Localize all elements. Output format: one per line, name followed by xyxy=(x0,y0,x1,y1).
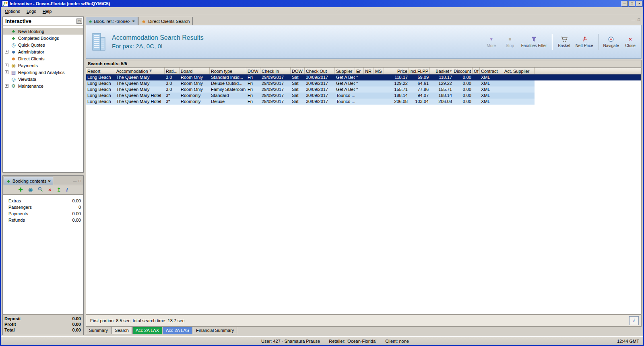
expand-icon[interactable]: + xyxy=(5,50,8,54)
table-row[interactable]: Long BeachThe Queen Mary3.0Room OnlyStan… xyxy=(86,74,641,80)
tab-book-ref-none[interactable]: ♣Book. ref.: <none>× xyxy=(86,17,138,25)
statusbar-center: User: 427 - Shamaura Prause Retailer: 'O… xyxy=(53,339,617,344)
title-bar: Interactive - Ocean-Florida (code: wRicQ… xyxy=(1,0,643,7)
sidebar-item-direct-clients[interactable]: ☻Direct Clients xyxy=(3,55,83,62)
results-table: ResortAccommodationRati...BoardRoom type… xyxy=(86,68,642,315)
booking-contents-tab[interactable]: ♣ Booking contents × xyxy=(4,177,53,185)
table-row[interactable]: Long BeachThe Queen Mary Hotel3*Roomonly… xyxy=(86,93,641,99)
status-client: Client: none xyxy=(385,339,409,344)
table-cell xyxy=(364,80,374,86)
expand-icon[interactable]: + xyxy=(5,70,8,74)
column-header-accommodation[interactable]: Accommodation xyxy=(115,68,165,74)
table-cell: 3.0 xyxy=(165,86,180,93)
column-header-act-supplier[interactable]: Act. Supplier xyxy=(503,68,535,74)
collapse-panel-icon[interactable]: ▭ xyxy=(76,19,82,24)
bottom-tab-search[interactable]: Search xyxy=(111,327,132,334)
table-cell: Fri xyxy=(246,74,260,80)
expand-icon[interactable]: + xyxy=(5,84,8,88)
export-icon[interactable]: ↥ xyxy=(57,187,61,192)
expand-icon[interactable]: + xyxy=(5,64,8,67)
table-cell: 3.0 xyxy=(165,80,180,86)
sidebar-item-label: Quick Quotes xyxy=(18,43,45,47)
sidebar-item-payments[interactable]: +◉Payments xyxy=(3,62,83,69)
column-header-price[interactable]: Price xyxy=(384,68,409,74)
table-row-filler xyxy=(535,80,641,86)
minimize-button[interactable]: — xyxy=(621,1,628,6)
column-header-room-type[interactable]: Room type xyxy=(210,68,246,74)
menu-item-help[interactable]: Help xyxy=(39,8,55,15)
basket-button[interactable]: Basket xyxy=(555,36,574,48)
sort-indicator-icon[interactable]: ▾ xyxy=(450,69,452,73)
navigate-button[interactable]: Navigate xyxy=(601,36,621,48)
table-cell: 206.08 xyxy=(430,99,453,105)
column-header-contract[interactable]: Contract xyxy=(480,68,503,74)
sidebar-item-reporting-and-analytics[interactable]: +▦Reporting and Analytics xyxy=(3,69,83,76)
sidebar-item-administrator[interactable]: +☻Administrator xyxy=(3,48,83,55)
column-header-dow[interactable]: DOW xyxy=(246,68,260,74)
booking-row-value: 0.00 xyxy=(72,198,81,203)
mdi-minimize-icon[interactable]: — xyxy=(632,18,635,22)
status-retailer: Retailer: 'Ocean-Florida' xyxy=(329,339,376,344)
info-icon[interactable]: i xyxy=(66,187,68,192)
column-header-incl-fl-pp[interactable]: Incl.Fl.PP xyxy=(409,68,430,74)
table-row[interactable]: Long BeachThe Queen Mary3.0Room OnlyFami… xyxy=(86,86,641,93)
column-header-resort[interactable]: Resort xyxy=(86,68,115,74)
close-tab-icon[interactable]: × xyxy=(132,19,135,23)
column-header-supplier[interactable]: Supplier xyxy=(335,68,355,74)
column-header-nr[interactable]: NR xyxy=(364,68,374,74)
interactive-panel-header: Interactive ▭ xyxy=(3,17,83,26)
booking-row-value: 0 xyxy=(78,205,81,210)
column-header-label: Er xyxy=(356,69,361,74)
delete-icon[interactable]: × xyxy=(48,187,52,192)
sidebar-item-maintenance[interactable]: +⚙Maintenance xyxy=(3,82,83,89)
toolbar-button-label: Stop xyxy=(506,43,514,48)
column-header-check-out[interactable]: Check Out xyxy=(305,68,335,74)
table-cell: Long Beach xyxy=(86,86,115,93)
column-header-label: NR xyxy=(365,69,372,74)
info-button[interactable]: i xyxy=(629,316,639,325)
column-header-dow[interactable]: DOW xyxy=(291,68,305,74)
close-tab-icon[interactable]: × xyxy=(48,179,50,183)
bottom-tab-summary[interactable]: Summary xyxy=(86,327,111,334)
bottom-tab-acc-2a-las[interactable]: Acc 2A LAS xyxy=(163,327,192,334)
add-icon[interactable]: ✚ xyxy=(19,187,23,192)
sidebar-item-viewdata[interactable]: ◎Viewdata xyxy=(3,76,83,82)
column-header-discount[interactable]: Discount xyxy=(453,68,473,74)
table-row-filler xyxy=(535,93,641,99)
maximize-panel-icon[interactable]: □ xyxy=(79,179,81,183)
sidebar-item-completed-bookings[interactable]: ♣Completed Bookings xyxy=(3,35,83,41)
search-icon[interactable] xyxy=(38,187,43,193)
column-header-check-in[interactable]: Check In xyxy=(260,68,291,74)
column-header-of[interactable]: Of xyxy=(473,68,480,74)
sidebar-item-new-booking[interactable]: ♣New Booking xyxy=(3,28,83,35)
column-header-rati[interactable]: Rati... xyxy=(165,68,180,74)
sidebar-item-quick-quotes[interactable]: ◷Quick Quotes xyxy=(3,41,83,48)
menu-item-options[interactable]: Options xyxy=(2,8,23,15)
table-row[interactable]: Long BeachThe Queen Mary3.0Room OnlyDelu… xyxy=(86,80,641,86)
table-cell: 29/09/2017 xyxy=(260,86,291,93)
mdi-maximize-icon[interactable]: □ xyxy=(638,18,640,22)
menubar: OptionsLogsHelp xyxy=(1,7,643,15)
maximize-button[interactable]: □ xyxy=(629,1,635,6)
column-header-board[interactable]: Board xyxy=(180,68,210,74)
world-icon[interactable]: ◉ xyxy=(28,187,33,192)
close-window-button[interactable]: × xyxy=(636,1,642,6)
column-header-label: MS xyxy=(375,69,382,74)
table-cell: 103.04 xyxy=(409,99,430,105)
bottom-tab-financial-summary[interactable]: Financial Summary xyxy=(193,327,237,334)
facilities-filter-button[interactable]: Facilities Filter xyxy=(519,36,549,48)
nett-price-button[interactable]: Nett Price xyxy=(574,36,595,48)
booking-total-total: Total0.00 xyxy=(4,327,81,333)
tab-direct-clients-search[interactable]: ☻Direct Clients Search xyxy=(138,17,193,25)
column-header-ms[interactable]: MS xyxy=(374,68,384,74)
bottom-tab-acc-2a-lax[interactable]: Acc 2A LAX xyxy=(132,327,162,334)
column-header-basket[interactable]: Basket▾ xyxy=(430,68,453,74)
filter-funnel-icon[interactable] xyxy=(149,69,153,74)
minimize-panel-icon[interactable]: — xyxy=(73,179,77,183)
menu-item-logs[interactable]: Logs xyxy=(23,8,39,15)
column-header-er[interactable]: Er xyxy=(355,68,364,74)
table-row[interactable]: Long BeachThe Queen Mary Hotel3*Roomonly… xyxy=(86,99,641,105)
close-button[interactable]: ×Close xyxy=(621,36,640,48)
column-header-label: Incl.Fl.PP xyxy=(409,69,428,74)
sidebar-item-label: Direct Clients xyxy=(18,56,44,61)
